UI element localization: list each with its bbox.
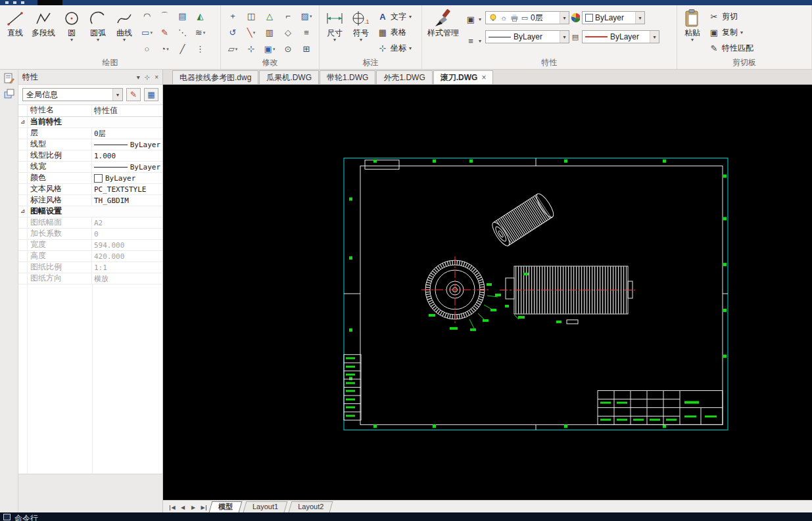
side-view[interactable] — [500, 266, 635, 324]
modify-tool-button[interactable]: ▥ — [260, 24, 279, 41]
spline-button[interactable]: 曲线 ▾ — [112, 7, 137, 43]
list-button[interactable]: ≡ ▾ — [463, 33, 484, 49]
front-view[interactable] — [421, 256, 501, 331]
draw-tool-button[interactable]: ▤ — [174, 8, 191, 24]
dropdown-icon[interactable]: ▾ — [479, 16, 481, 22]
dropdown-icon[interactable]: ▾ — [740, 30, 743, 35]
polyline-button[interactable]: 多段线 — [29, 7, 58, 37]
property-value[interactable]: ByLayer — [92, 162, 162, 172]
draw-tool-button[interactable]: ⋱ — [174, 24, 191, 41]
modify-tool-button[interactable]: ⌐ — [279, 8, 297, 24]
draw-tool-button[interactable]: ╱ — [174, 41, 191, 57]
color-select[interactable]: ByLayer ▾ — [582, 11, 645, 24]
drawing-frame[interactable] — [344, 158, 728, 430]
modify-tool-button[interactable]: ↺ — [224, 24, 242, 41]
paste-button[interactable]: 粘贴 ▾ — [680, 7, 705, 43]
drawing-canvas[interactable] — [163, 85, 812, 500]
modify-tool-button[interactable]: + — [224, 8, 242, 24]
quick-access-icon[interactable] — [21, 1, 24, 4]
panel-menu-icon[interactable]: ▾ — [137, 74, 140, 81]
draw-tool-button[interactable]: ⌒ — [156, 8, 174, 24]
first-layout-button[interactable]: ◀ — [167, 503, 178, 512]
lineweight-select[interactable]: ByLayer ▾ — [582, 30, 659, 43]
coordinate-button[interactable]: ⊹ 坐标 ▾ — [375, 40, 414, 56]
property-value[interactable]: PC_TEXTSTYLE — [92, 185, 162, 194]
block-button[interactable]: ▣ ▾ — [463, 11, 484, 27]
cut-button[interactable]: ✂ 剪切 — [706, 9, 756, 24]
dropdown-icon[interactable]: ▾ — [560, 12, 569, 24]
modify-tool-button[interactable]: ⊹ — [242, 41, 260, 57]
circle-button[interactable]: 圆 ▾ — [59, 7, 84, 43]
title-block[interactable] — [598, 391, 723, 425]
modify-tool-button[interactable]: ◇ — [279, 24, 297, 41]
prev-layout-button[interactable]: ◀ — [178, 503, 188, 512]
modify-tool-button[interactable]: ▨▾ — [297, 8, 316, 24]
line-button[interactable]: 直线 — [3, 7, 28, 37]
dropdown-icon[interactable]: ▾ — [635, 12, 644, 24]
doc-tab[interactable]: 外壳1.DWG — [376, 70, 432, 84]
dropdown-icon[interactable]: ▾ — [123, 37, 126, 43]
close-icon[interactable]: × — [155, 74, 158, 81]
dropdown-icon[interactable]: ▾ — [650, 31, 659, 43]
dimension-button[interactable]: 尺寸 ▾ — [322, 7, 347, 43]
draw-tool-button[interactable]: ○ — [138, 41, 156, 57]
dropdown-icon[interactable]: ▾ — [70, 37, 73, 43]
copy-button[interactable]: ▣ 复制 ▾ — [706, 24, 756, 40]
modify-tool-button[interactable]: ⊞ — [297, 41, 316, 57]
dropdown-icon[interactable]: ▾ — [97, 37, 99, 43]
draw-tool-button[interactable]: ▭▾ — [138, 24, 156, 41]
linetype-select[interactable]: ByLayer ▾ — [485, 30, 569, 43]
roller-3d-view[interactable] — [489, 191, 556, 248]
match-properties-button[interactable]: ✎ 特性匹配 — [706, 40, 756, 56]
dropdown-icon[interactable]: ▾ — [409, 45, 412, 51]
property-value[interactable]: ByLayer — [92, 173, 162, 183]
doc-tab-active[interactable]: 滚刀.DWG × — [433, 70, 494, 84]
draw-tool-button[interactable]: ✎ — [156, 24, 174, 41]
pin-icon[interactable]: ⊹ — [145, 74, 150, 81]
tab-model[interactable]: 模型 — [209, 501, 242, 512]
draw-tool-button[interactable]: ◔▾ — [156, 41, 174, 57]
arc-button[interactable]: 圆弧 ▾ — [85, 7, 110, 43]
settings-grid-button[interactable]: ▦ — [144, 88, 158, 101]
expand-icon[interactable]: ⊿ — [18, 206, 28, 217]
draw-tool-button[interactable]: ≋▾ — [191, 24, 209, 41]
modify-tool-button[interactable]: ╲▾ — [242, 24, 260, 41]
modify-tool-button[interactable]: ▱▾ — [224, 41, 242, 57]
doc-tab[interactable]: 瓜果机.DWG — [259, 70, 319, 84]
property-value[interactable]: ByLayer — [92, 140, 162, 150]
draw-tool-button[interactable]: ⋮ — [191, 41, 209, 57]
quick-access-icon[interactable] — [5, 1, 9, 4]
revision-table[interactable] — [344, 355, 361, 420]
modify-tool-button[interactable]: ◫ — [242, 8, 260, 24]
next-layout-button[interactable]: ▶ — [188, 503, 199, 512]
edit-properties-button[interactable]: ✎ — [126, 88, 141, 101]
dropdown-icon[interactable]: ▾ — [112, 89, 122, 101]
table-button[interactable]: ▦ 表格 — [375, 24, 414, 40]
modify-tool-button[interactable]: ▣▾ — [260, 41, 279, 57]
active-menu-tab[interactable] — [37, 0, 62, 5]
tab-layout2[interactable]: Layout2 — [289, 501, 333, 512]
dropdown-icon[interactable]: ▾ — [333, 37, 336, 43]
last-layout-button[interactable]: ▶ — [199, 503, 209, 512]
property-value[interactable]: TH_GBDIM — [92, 196, 162, 206]
dropdown-icon[interactable]: ▾ — [360, 37, 362, 43]
dropdown-icon[interactable]: ▾ — [560, 31, 569, 43]
quick-access-icon[interactable] — [13, 1, 16, 4]
dropdown-icon[interactable]: ▾ — [691, 37, 694, 43]
doc-tab[interactable]: 带轮1.DWG — [320, 70, 375, 84]
property-value[interactable]: 1.000 — [92, 151, 162, 161]
dropdown-icon[interactable]: ▾ — [479, 38, 481, 44]
text-button[interactable]: A 文字 ▾ — [375, 9, 414, 24]
expand-icon[interactable]: ⊿ — [18, 117, 28, 127]
layer-select[interactable]: ☼ ▭ 0层 ▾ — [485, 11, 569, 24]
properties-palette-icon[interactable] — [3, 72, 16, 85]
symbol-button[interactable]: .1 符号 ▾ — [348, 7, 373, 43]
scope-select[interactable]: 全局信息 ▾ — [22, 88, 123, 101]
doc-tab[interactable]: 电器接线参考图.dwg — [172, 70, 258, 84]
draw-tool-button[interactable]: ◠ — [138, 8, 156, 24]
style-manager-button[interactable]: 样式管理 — [425, 7, 462, 37]
modify-tool-button[interactable]: △ — [260, 8, 279, 24]
dropdown-icon[interactable]: ▾ — [409, 14, 412, 20]
modify-tool-button[interactable]: ⊙ — [279, 41, 297, 57]
draw-tool-button[interactable]: ◭ — [191, 8, 209, 24]
